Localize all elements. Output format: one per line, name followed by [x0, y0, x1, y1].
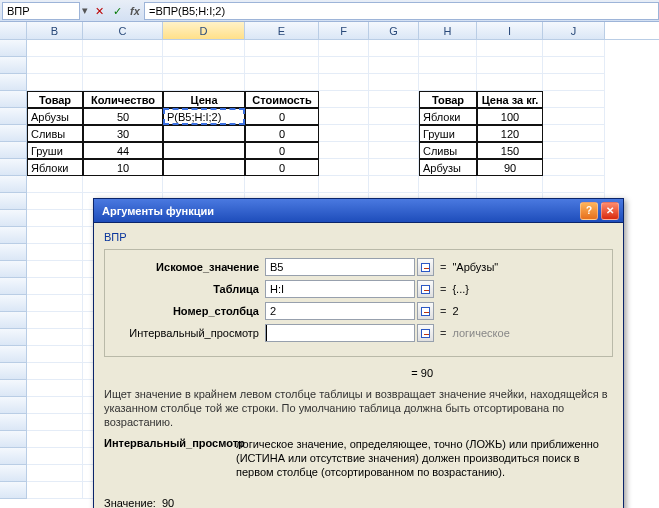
dialog-title: Аргументы функции	[102, 205, 214, 217]
arg-result: {...}	[452, 283, 469, 295]
table-cell[interactable]: 0	[245, 142, 319, 159]
table-cell[interactable]: 50	[83, 108, 163, 125]
close-icon[interactable]: ✕	[601, 202, 619, 220]
table-header: Товар	[419, 91, 477, 108]
fx-icon[interactable]: fx	[126, 2, 144, 20]
col-header[interactable]: B	[27, 22, 83, 39]
table-cell[interactable]: Яблоки	[419, 108, 477, 125]
table-cell[interactable]: Сливы	[27, 125, 83, 142]
help-icon[interactable]: ?	[580, 202, 598, 220]
table-cell[interactable]: 100	[477, 108, 543, 125]
arg-result: 2	[452, 305, 458, 317]
table-cell[interactable]: 44	[83, 142, 163, 159]
result-value: 90	[162, 497, 174, 508]
table-header: Товар	[27, 91, 83, 108]
table-header: Количество	[83, 91, 163, 108]
arg-input-colnum[interactable]	[265, 302, 415, 320]
table-header: Стоимость	[245, 91, 319, 108]
col-header[interactable]: I	[477, 22, 543, 39]
table-cell[interactable]: Яблоки	[27, 159, 83, 176]
select-all-corner[interactable]	[0, 22, 27, 39]
table-cell[interactable]: Груши	[27, 142, 83, 159]
arg-label: Искомое_значение	[113, 261, 265, 273]
range-picker-icon[interactable]	[417, 302, 434, 320]
table-cell[interactable]: 0	[245, 125, 319, 142]
dialog-titlebar[interactable]: Аргументы функции ? ✕	[94, 199, 623, 223]
table-cell[interactable]: 120	[477, 125, 543, 142]
table-cell[interactable]: Арбузы	[27, 108, 83, 125]
row-header[interactable]	[0, 40, 27, 57]
arg-label: Номер_столбца	[113, 305, 265, 317]
preview-result: = 90	[104, 363, 613, 387]
col-header[interactable]: J	[543, 22, 605, 39]
table-cell[interactable]	[163, 159, 245, 176]
result-label: Значение:	[104, 497, 156, 508]
arg-input-table[interactable]	[265, 280, 415, 298]
arg-result: логическое	[452, 327, 509, 339]
col-header[interactable]: C	[83, 22, 163, 39]
arg-result: "Арбузы"	[452, 261, 498, 273]
range-picker-icon[interactable]	[417, 324, 434, 342]
col-header[interactable]: E	[245, 22, 319, 39]
table-cell[interactable]	[163, 125, 245, 142]
table-cell[interactable]: 0	[245, 108, 319, 125]
col-header[interactable]: D	[163, 22, 245, 39]
active-cell[interactable]: Р(B5;H:I;2)	[163, 108, 245, 125]
enter-formula-icon[interactable]: ✓	[108, 2, 126, 20]
function-name-label: ВПР	[104, 231, 613, 243]
table-cell[interactable]: 150	[477, 142, 543, 159]
column-headers: B C D E F G H I J	[0, 22, 659, 40]
range-picker-icon[interactable]	[417, 280, 434, 298]
table-cell[interactable]	[163, 142, 245, 159]
col-header[interactable]: F	[319, 22, 369, 39]
formula-bar: ВПР ▾ ✕ ✓ fx =ВПР(B5;H:I;2)	[0, 0, 659, 22]
name-box[interactable]: ВПР	[2, 2, 80, 20]
function-arguments-dialog: Аргументы функции ? ✕ ВПР Искомое_значен…	[93, 198, 624, 508]
col-header[interactable]: G	[369, 22, 419, 39]
function-description: Ищет значение в крайнем левом столбце та…	[104, 387, 613, 429]
table-cell[interactable]: Сливы	[419, 142, 477, 159]
col-header[interactable]: H	[419, 22, 477, 39]
arg-input-range[interactable]	[265, 324, 415, 342]
arg-desc-text: логическое значение, определяющее, точно…	[236, 437, 613, 479]
table-header: Цена	[163, 91, 245, 108]
table-cell[interactable]: Арбузы	[419, 159, 477, 176]
range-picker-icon[interactable]	[417, 258, 434, 276]
table-cell[interactable]: 90	[477, 159, 543, 176]
formula-input[interactable]: =ВПР(B5;H:I;2)	[144, 2, 659, 20]
arg-label: Интервальный_просмотр	[113, 327, 265, 339]
arg-label: Таблица	[113, 283, 265, 295]
table-cell[interactable]: Груши	[419, 125, 477, 142]
arg-input-lookup[interactable]	[265, 258, 415, 276]
table-cell[interactable]: 0	[245, 159, 319, 176]
cancel-formula-icon[interactable]: ✕	[90, 2, 108, 20]
table-cell[interactable]: 10	[83, 159, 163, 176]
table-cell[interactable]: 30	[83, 125, 163, 142]
arg-desc-label: Интервальный_просмотр	[104, 437, 236, 479]
table-header: Цена за кг.	[477, 91, 543, 108]
name-box-dropdown-icon[interactable]: ▾	[80, 4, 90, 17]
